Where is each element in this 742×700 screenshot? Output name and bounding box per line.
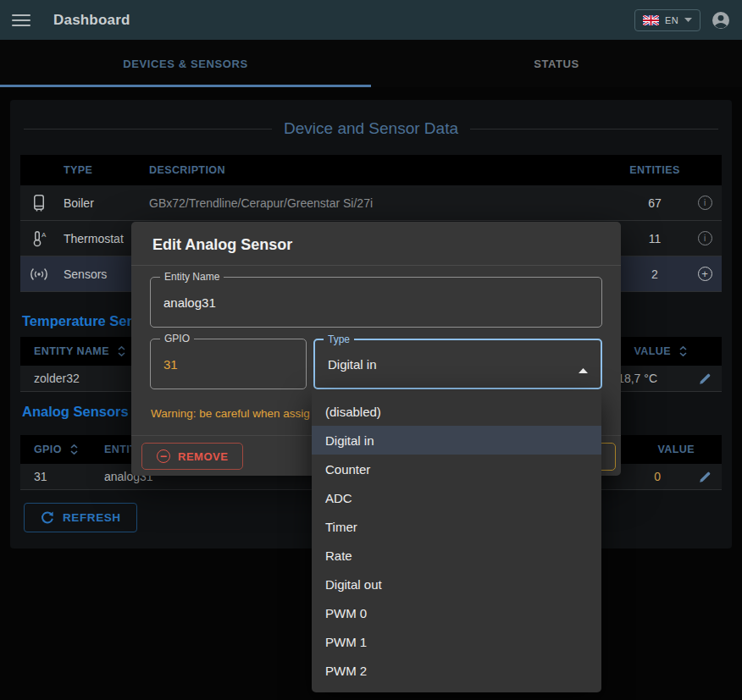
chevron-up-icon	[579, 361, 588, 377]
uk-flag-icon	[643, 15, 659, 25]
dialog-header: Edit Analog Sensor	[131, 222, 621, 266]
menu-icon[interactable]	[12, 14, 30, 26]
tab-status[interactable]: STATUS	[371, 40, 742, 87]
account-icon[interactable]	[712, 11, 730, 30]
dropdown-option[interactable]: Rate	[312, 541, 601, 570]
dropdown-option-selected[interactable]: Digital in	[312, 426, 601, 455]
device-entities-count: 2	[622, 267, 688, 281]
dropdown-option[interactable]: PWM 1	[312, 627, 601, 656]
dropdown-option[interactable]: Timer	[312, 512, 601, 541]
gpio-field[interactable]: GPIO 31	[150, 339, 307, 389]
sensor-gpio: 31	[34, 470, 104, 483]
boiler-icon	[20, 194, 58, 212]
column-header-type: TYPE	[58, 164, 142, 176]
dropdown-option[interactable]: Digital out	[312, 570, 601, 598]
refresh-icon	[40, 510, 54, 525]
section-title-row: Device and Sensor Data	[24, 119, 718, 139]
column-header-value: VALUE	[658, 444, 695, 455]
type-select[interactable]: Type Digital in	[313, 339, 602, 389]
tab-bar: DEVICES & SENSORS STATUS	[0, 40, 742, 87]
sort-icon[interactable]	[117, 345, 126, 357]
gpio-value: 31	[163, 357, 178, 372]
tab-devices-sensors[interactable]: DEVICES & SENSORS	[0, 40, 371, 87]
remove-label: REMOVE	[178, 450, 228, 463]
type-label: Type	[324, 333, 354, 345]
entity-name-value: analog31	[163, 295, 216, 310]
add-icon[interactable]: +	[698, 267, 712, 281]
info-icon[interactable]: i	[698, 231, 712, 245]
dialog-title: Edit Analog Sensor	[152, 236, 600, 254]
dropdown-option[interactable]: PWM 2	[312, 656, 601, 685]
table-row[interactable]: Boiler GBx72/Trendline/Cerapur/Greenstar…	[20, 185, 722, 221]
device-type: Thermostat	[58, 232, 142, 245]
column-header-gpio: GPIO	[34, 444, 62, 455]
device-type: Sensors	[58, 267, 142, 281]
gpio-label: GPIO	[160, 333, 194, 344]
topbar: Dashboard EN	[0, 0, 742, 40]
entity-name-field[interactable]: Entity Name analog31	[150, 277, 602, 328]
column-header-description: DESCRIPTION	[142, 164, 622, 176]
dropdown-option[interactable]: PWM 0	[312, 598, 601, 627]
type-selected-value: Digital in	[328, 357, 377, 372]
chevron-down-icon	[684, 18, 692, 22]
sort-icon[interactable]	[69, 444, 79, 455]
type-dropdown-menu: (disabled) Digital in Counter ADC Timer …	[312, 390, 601, 692]
dropdown-option[interactable]: Counter	[312, 455, 601, 483]
dropdown-option[interactable]: (disabled)	[312, 397, 601, 426]
active-tab-indicator	[0, 85, 371, 87]
remove-icon: −	[157, 449, 170, 463]
thermostat-icon: A	[20, 229, 58, 248]
device-table-header: TYPE DESCRIPTION ENTITIES	[20, 155, 722, 185]
language-code: EN	[665, 15, 678, 25]
edit-icon[interactable]	[698, 470, 712, 484]
refresh-label: REFRESH	[63, 511, 121, 524]
device-entities-count: 67	[622, 196, 688, 210]
column-header-entities: ENTITIES	[622, 164, 688, 176]
device-entities-count: 11	[622, 232, 688, 245]
page-title: Device and Sensor Data	[284, 119, 458, 138]
device-description: GBx72/Trendline/Cerapur/Greenstar Si/27i	[142, 196, 622, 210]
refresh-button[interactable]: REFRESH	[24, 503, 137, 532]
entity-name-label: Entity Name	[160, 271, 224, 283]
column-header-value: VALUE	[634, 345, 671, 357]
app-title: Dashboard	[53, 12, 130, 29]
info-icon[interactable]: i	[698, 196, 712, 210]
device-type: Boiler	[58, 196, 142, 210]
language-selector[interactable]: EN	[634, 9, 700, 31]
svg-text:A: A	[42, 230, 47, 238]
dropdown-option[interactable]: ADC	[312, 483, 601, 512]
column-header-entity-name: ENTITY NAME	[34, 345, 109, 357]
remove-button[interactable]: − REMOVE	[141, 443, 243, 470]
sensors-icon	[20, 267, 58, 282]
sensor-entity-name: zolder32	[34, 372, 80, 385]
sort-icon[interactable]	[678, 345, 688, 357]
edit-icon[interactable]	[698, 372, 712, 386]
